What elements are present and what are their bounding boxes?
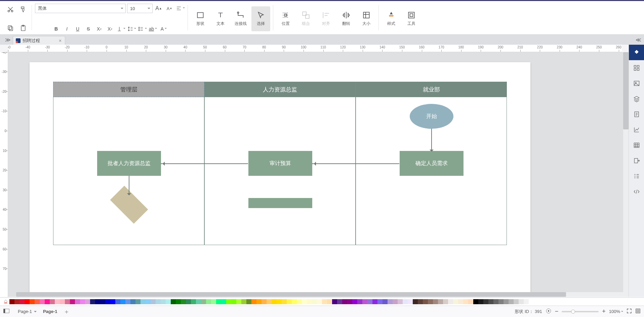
color-swatch[interactable] [498, 299, 504, 304]
page-select[interactable]: Page-1 [14, 308, 39, 315]
color-swatch[interactable] [398, 299, 403, 304]
lane-2[interactable]: 审计预算 [204, 97, 356, 245]
color-swatch[interactable] [140, 299, 146, 304]
color-swatch[interactable] [282, 299, 287, 304]
color-swatch[interactable] [428, 299, 433, 304]
color-swatch[interactable] [166, 299, 171, 304]
zoom-slider[interactable] [562, 311, 599, 312]
color-swatch[interactable] [393, 299, 398, 304]
color-swatch[interactable] [196, 299, 201, 304]
color-swatch[interactable] [317, 299, 322, 304]
color-swatch[interactable] [19, 299, 25, 304]
shape-approve[interactable]: 批者人力资源总监 [97, 151, 161, 176]
color-swatch[interactable] [115, 299, 120, 304]
color-swatch[interactable] [40, 299, 45, 304]
shape-start[interactable]: 开始 [410, 104, 453, 129]
color-swatch[interactable] [90, 299, 95, 304]
shapes-panel-button[interactable] [629, 60, 644, 76]
color-swatch[interactable] [75, 299, 80, 304]
color-swatch[interactable] [272, 299, 277, 304]
color-swatch[interactable] [60, 299, 65, 304]
color-swatch[interactable] [45, 299, 50, 304]
color-swatch[interactable] [277, 299, 282, 304]
document-tab[interactable]: 招聘过程 × [13, 36, 65, 45]
color-swatch[interactable] [14, 299, 19, 304]
color-swatch[interactable] [287, 299, 292, 304]
color-swatch[interactable] [352, 299, 357, 304]
color-swatch[interactable] [120, 299, 125, 304]
color-swatch[interactable] [156, 299, 161, 304]
strikethrough-button[interactable]: S [84, 24, 93, 34]
color-swatch[interactable] [367, 299, 372, 304]
color-swatch[interactable] [347, 299, 352, 304]
connector-button[interactable]: 连接线 [231, 6, 250, 31]
color-swatch[interactable] [327, 299, 332, 304]
lane-1[interactable]: 批者人力资源总监 [53, 97, 204, 245]
font-family-select[interactable]: 黑体 [35, 4, 126, 13]
color-swatch[interactable] [256, 299, 261, 304]
underline-button[interactable]: U [73, 24, 82, 34]
color-swatch[interactable] [211, 299, 216, 304]
color-swatch[interactable] [302, 299, 307, 304]
zoom-value[interactable]: 100% [609, 309, 623, 314]
fullscreen-button[interactable] [635, 308, 641, 315]
color-swatch[interactable] [292, 299, 297, 304]
color-swatch[interactable] [216, 299, 221, 304]
color-swatch[interactable] [181, 299, 186, 304]
color-swatch[interactable] [85, 299, 90, 304]
color-swatch[interactable] [241, 299, 246, 304]
color-swatch[interactable] [408, 299, 413, 304]
color-swatch[interactable] [9, 299, 14, 304]
bullet-list-button[interactable] [137, 24, 147, 34]
swimlane-container[interactable]: 管理层 人力资源总监 就业部 批者人力资源总监 审计预算 [53, 82, 507, 245]
align-text-button[interactable] [175, 4, 185, 13]
paste-button[interactable] [17, 22, 29, 34]
lane-header-2[interactable]: 人力资源总监 [204, 82, 356, 97]
color-swatch[interactable] [297, 299, 302, 304]
page[interactable]: 管理层 人力资源总监 就业部 批者人力资源总监 审计预算 [30, 62, 530, 297]
export-panel-button[interactable] [629, 153, 644, 168]
color-swatch[interactable] [95, 299, 100, 304]
color-swatch[interactable] [236, 299, 241, 304]
size-button[interactable]: 大小 [357, 6, 376, 31]
chart-panel-button[interactable] [629, 122, 644, 137]
color-swatch[interactable] [30, 299, 35, 304]
color-swatch[interactable] [251, 299, 256, 304]
cut-button[interactable] [5, 4, 16, 15]
text-highlight-button[interactable] [116, 24, 125, 34]
superscript-button[interactable]: X2 [94, 24, 104, 34]
color-swatch[interactable] [146, 299, 151, 304]
color-swatch[interactable] [55, 299, 60, 304]
shape-extra[interactable] [248, 198, 312, 208]
color-swatch[interactable] [529, 299, 534, 304]
decrease-font-button[interactable]: A▼ [165, 4, 174, 13]
add-page-button[interactable]: ＋ [64, 308, 70, 316]
close-tab-button[interactable]: × [59, 38, 62, 43]
color-swatch[interactable] [176, 299, 181, 304]
color-swatch[interactable] [458, 299, 463, 304]
image-panel-button[interactable] [629, 76, 644, 91]
position-button[interactable]: 位置 [276, 6, 295, 31]
lane-3[interactable]: 开始 确定人员需求 [356, 97, 507, 245]
color-swatch[interactable] [377, 299, 383, 304]
color-swatch[interactable] [191, 299, 196, 304]
subscript-button[interactable]: X2 [105, 24, 115, 34]
zoom-in-button[interactable]: + [602, 308, 606, 315]
fill-panel-button[interactable] [629, 45, 644, 60]
color-swatch[interactable] [463, 299, 468, 304]
group-button[interactable]: 组合 [296, 6, 315, 31]
style-button[interactable]: 样式 [382, 6, 401, 31]
color-swatch[interactable] [261, 299, 267, 304]
color-swatch[interactable] [100, 299, 105, 304]
color-swatch[interactable] [403, 299, 408, 304]
bold-button[interactable]: B [51, 24, 61, 34]
color-swatch[interactable] [453, 299, 458, 304]
color-swatch[interactable] [468, 299, 473, 304]
color-swatch[interactable] [337, 299, 342, 304]
color-swatch[interactable] [504, 299, 509, 304]
fill-tool-icon[interactable] [2, 298, 9, 306]
text-underline2-button[interactable]: ab [148, 24, 158, 34]
color-swatch[interactable] [433, 299, 438, 304]
shape-button[interactable]: 形状 [191, 6, 210, 31]
color-swatch[interactable] [493, 299, 498, 304]
